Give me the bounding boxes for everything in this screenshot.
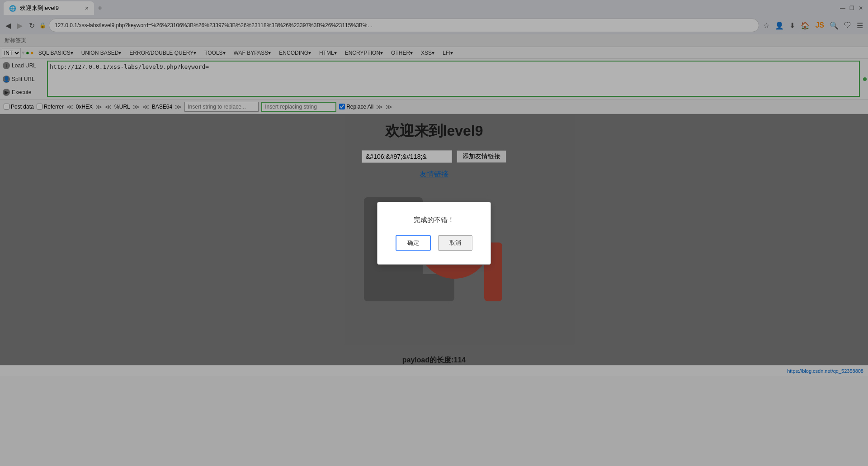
- dialog-overlay: 完成的不错！ 确定 取消: [0, 114, 868, 365]
- dialog-buttons: 确定 取消: [396, 235, 472, 251]
- dialog-cancel-button[interactable]: 取消: [438, 235, 472, 251]
- dialog-message: 完成的不错！: [396, 216, 472, 224]
- dialog-ok-button[interactable]: 确定: [396, 235, 431, 251]
- main-area: 欢迎来到level9 添加友情链接 友情链接 payload的长度:114: [0, 114, 868, 365]
- dialog: 完成的不错！ 确定 取消: [377, 202, 491, 265]
